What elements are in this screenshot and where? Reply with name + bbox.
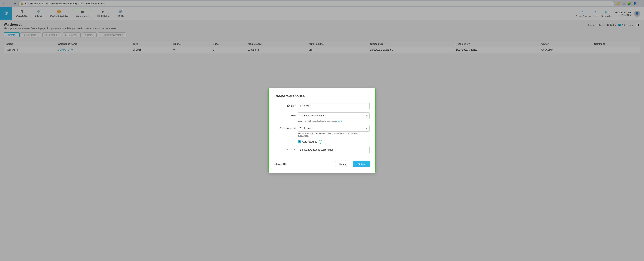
name-input[interactable] bbox=[298, 103, 370, 109]
name-field-wrapper bbox=[298, 103, 370, 109]
modal-overlay: Create Warehouse Name * Size X-Small (1 … bbox=[0, 0, 644, 261]
name-label: Name * bbox=[274, 103, 296, 107]
form-row-comment: Comment bbox=[274, 147, 370, 153]
create-warehouse-modal: Create Warehouse Name * Size X-Small (1 … bbox=[268, 88, 376, 173]
auto-suspend-field-wrapper: 1 minute 2 minutes 5 minutes 10 minutes … bbox=[298, 125, 370, 137]
cancel-button[interactable]: Cancel bbox=[335, 161, 351, 167]
modal-title: Create Warehouse bbox=[274, 94, 370, 98]
comment-field-wrapper bbox=[298, 147, 370, 153]
modal-actions: Cancel Finish bbox=[335, 161, 370, 167]
size-label: Size bbox=[274, 112, 296, 117]
size-select[interactable]: X-Small (1 credit / hour) Small (2 credi… bbox=[298, 112, 370, 119]
form-row-name: Name * bbox=[274, 103, 370, 109]
auto-suspend-label: Auto Suspend bbox=[274, 125, 296, 130]
form-row-auto-suspend: Auto Suspend 1 minute 2 minutes 5 minute… bbox=[274, 125, 370, 137]
size-hint-link[interactable]: here bbox=[338, 120, 342, 122]
modal-footer: Show SQL Cancel Finish bbox=[274, 158, 370, 167]
comment-input[interactable] bbox=[298, 147, 370, 153]
auto-suspend-select[interactable]: 1 minute 2 minutes 5 minutes 10 minutes … bbox=[298, 125, 370, 132]
comment-label: Comment bbox=[274, 147, 296, 151]
auto-suspend-select-wrapper: 1 minute 2 minutes 5 minutes 10 minutes … bbox=[298, 125, 370, 132]
auto-resume-help-icon[interactable]: ? bbox=[319, 140, 322, 144]
auto-resume-label: Auto Resume bbox=[302, 140, 317, 143]
size-field-wrapper: X-Small (1 credit / hour) Small (2 credi… bbox=[298, 112, 370, 122]
size-hint: Learn more about virtual warehouse sizes… bbox=[298, 120, 370, 122]
form-row-size: Size X-Small (1 credit / hour) Small (2 … bbox=[274, 112, 370, 122]
size-select-wrapper: X-Small (1 credit / hour) Small (2 credi… bbox=[298, 112, 370, 119]
name-required: * bbox=[294, 104, 296, 107]
auto-suspend-hint: The maximum idle time before the warehou… bbox=[298, 132, 370, 137]
auto-resume-checkbox[interactable] bbox=[298, 140, 300, 143]
show-sql-link[interactable]: Show SQL bbox=[274, 163, 286, 165]
finish-button[interactable]: Finish bbox=[353, 161, 370, 167]
auto-resume-row: Auto Resume ? bbox=[298, 140, 370, 144]
